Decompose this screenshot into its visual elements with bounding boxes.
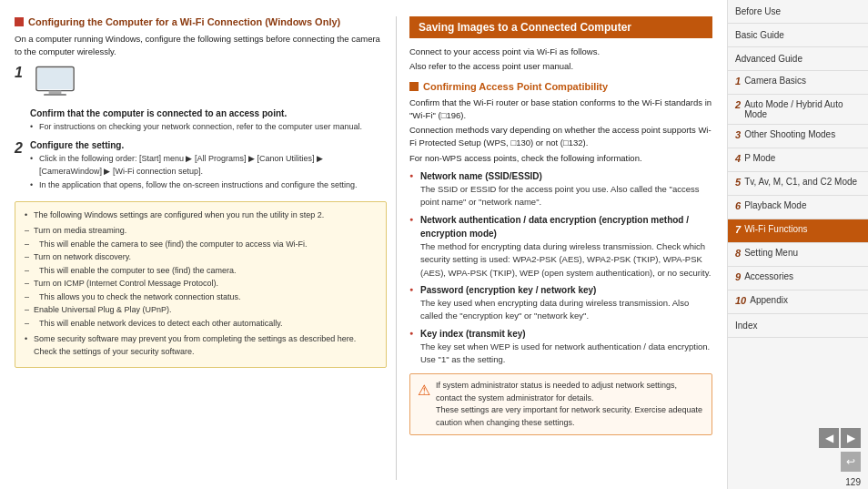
sidebar-num-9: 9 (735, 271, 741, 282)
right-bullet-1: Network name (SSID/ESSID)The SSID or ESS… (409, 169, 712, 209)
sidebar-num-4: 4 (735, 153, 741, 164)
svg-rect-1 (37, 67, 73, 88)
sidebar-label-basic-guide: Basic Guide (735, 30, 861, 40)
sidebar-item-basic-guide[interactable]: Basic Guide (728, 24, 868, 47)
svg-rect-3 (44, 94, 66, 96)
warning-box: ⚠ If system administrator status is need… (409, 373, 712, 435)
sidebar-label-wifi: Wi-Fi Functions (744, 224, 861, 234)
sidebar-item-auto-mode[interactable]: 2 Auto Mode / Hybrid Auto Mode (728, 95, 868, 125)
step-1-content: Confirm that the computer is connected t… (30, 65, 387, 136)
step-2-content: Configure the setting. Click in the foll… (30, 140, 387, 194)
sidebar-item-accessories[interactable]: 9 Accessories (728, 267, 868, 290)
sidebar-label-camera-basics: Camera Basics (744, 76, 861, 86)
sidebar-label-playback: Playback Mode (744, 200, 861, 210)
step-1-bullet-1: For instructions on checking your networ… (30, 121, 387, 134)
step-2-title: Configure the setting. (30, 140, 387, 150)
step-1-container: 1 Confirm that the computer is connected… (15, 65, 387, 136)
sidebar-item-wifi[interactable]: 7 Wi-Fi Functions (728, 219, 868, 243)
sidebar-label-other-shooting: Other Shooting Modes (744, 129, 861, 139)
sidebar: Before Use Basic Guide Advanced Guide 1 … (727, 0, 868, 489)
note-dash-5: Turn on ICMP (Internet Control Message P… (25, 278, 377, 290)
note-dash-6: This allows you to check the network con… (25, 291, 377, 304)
note-dash-7: Enable Universal Plug & Play (UPnP). (25, 304, 377, 317)
sidebar-item-setting-menu[interactable]: 8 Setting Menu (728, 243, 868, 267)
sidebar-item-advanced-guide[interactable]: Advanced Guide (728, 47, 868, 71)
sidebar-item-before-use[interactable]: Before Use (728, 0, 868, 24)
note-dash-3: Turn on network discovery. (25, 251, 377, 264)
sidebar-label-before-use: Before Use (735, 6, 861, 16)
sidebar-label-auto-mode: Auto Mode / Hybrid Auto Mode (744, 99, 861, 119)
nav-buttons: ◀ ▶ (728, 424, 868, 452)
note-dash-8: This will enable network devices to dete… (25, 318, 377, 331)
note-dash-list: Turn on media streaming. This will enabl… (25, 225, 377, 330)
bullet-1-title: Network name (SSID/ESSID) (420, 171, 542, 181)
sidebar-item-playback[interactable]: 6 Playback Mode (728, 196, 868, 219)
step-2-bullets: Click in the following order: [Start] me… (30, 153, 387, 192)
bullet-3-title: Password (encryption key / network key) (420, 285, 596, 295)
warning-line-1: If system administrator status is needed… (436, 381, 677, 402)
right-header-text: Saving Images to a Connected Computer (419, 21, 631, 34)
bullet-2-title: Network authentication / data encryption… (420, 215, 689, 239)
step-2-number: 2 (15, 141, 23, 194)
sidebar-num-7: 7 (735, 224, 741, 235)
left-section-title: Configuring the Computer for a Wi-Fi Con… (15, 16, 387, 27)
sidebar-label-index: Index (735, 321, 861, 331)
sidebar-label-accessories: Accessories (744, 271, 861, 281)
left-title-text: Configuring the Computer for a Wi-Fi Con… (28, 16, 340, 27)
right-body-2: Connection methods vary depending on whe… (409, 124, 712, 150)
note-bullet-1: The following Windows settings are confi… (25, 209, 377, 222)
right-body-1: Confirm that the Wi-Fi router or base st… (409, 97, 712, 123)
sidebar-item-other-shooting[interactable]: 3 Other Shooting Modes (728, 125, 868, 148)
page-number: 129 (728, 475, 868, 489)
next-button[interactable]: ▶ (841, 428, 861, 448)
content-area: Configuring the Computer for a Wi-Fi Con… (15, 16, 712, 480)
sidebar-item-index[interactable]: Index (728, 314, 868, 338)
right-bullet-4: Key index (transmit key)The key set when… (409, 327, 712, 367)
sidebar-item-tv-av[interactable]: 5 Tv, Av, M, C1, and C2 Mode (728, 172, 868, 196)
right-intro-1: Connect to your access point via Wi-Fi a… (409, 46, 712, 58)
sidebar-num-1: 1 (735, 76, 741, 87)
note-bullet-list: The following Windows settings are confi… (25, 209, 377, 222)
orange-bar-icon (409, 82, 419, 91)
sidebar-num-6: 6 (735, 200, 741, 211)
warning-line-2: These settings are very important for ne… (436, 405, 702, 427)
note-dash-2: This will enable the camera to see (find… (25, 239, 377, 251)
note-bullet-list-2: Some security software may prevent you f… (25, 333, 377, 358)
sidebar-label-advanced-guide: Advanced Guide (735, 54, 861, 64)
sidebar-num-2: 2 (735, 99, 741, 110)
sub-section-label: Confirming Access Point Compatibility (423, 81, 608, 92)
step-2-bullet-2: In the application that opens, follow th… (30, 179, 387, 192)
bullet-4-title: Key index (transmit key) (420, 329, 526, 339)
sidebar-label-tv-av: Tv, Av, M, C1, and C2 Mode (744, 177, 861, 187)
home-button-row: ↩ (728, 452, 868, 475)
sidebar-num-10: 10 (735, 295, 746, 306)
right-bullet-list: Network name (SSID/ESSID)The SSID or ESS… (409, 169, 712, 367)
right-bullet-3: Password (encryption key / network key)T… (409, 283, 712, 323)
step-2-bullet-1: Click in the following order: [Start] me… (30, 153, 387, 178)
warning-text: If system administrator status is needed… (436, 380, 704, 429)
right-intro-2: Also refer to the access point user manu… (409, 60, 712, 73)
sidebar-num-3: 3 (735, 129, 741, 140)
sidebar-num-8: 8 (735, 248, 741, 259)
sidebar-label-p-mode: P Mode (744, 153, 861, 163)
note-box: The following Windows settings are confi… (15, 201, 387, 369)
step-1-title: Confirm that the computer is connected t… (30, 108, 387, 118)
sidebar-item-camera-basics[interactable]: 1 Camera Basics (728, 71, 868, 95)
sidebar-num-5: 5 (735, 177, 741, 188)
note-bullet-2: Some security software may prevent you f… (25, 333, 377, 358)
sub-section-title-container: Confirming Access Point Compatibility (409, 81, 712, 92)
left-intro: On a computer running Windows, configure… (15, 33, 387, 59)
left-panel: Configuring the Computer for a Wi-Fi Con… (15, 16, 397, 480)
prev-button[interactable]: ◀ (819, 428, 839, 448)
step-2-container: 2 Configure the setting. Click in the fo… (15, 140, 387, 194)
red-square-icon (15, 17, 24, 26)
step-1-bullets: For instructions on checking your networ… (30, 121, 387, 134)
sidebar-item-p-mode[interactable]: 4 P Mode (728, 148, 868, 172)
right-header-bar: Saving Images to a Connected Computer (409, 16, 712, 38)
sidebar-item-appendix[interactable]: 10 Appendix (728, 290, 868, 314)
note-dash-4: This will enable the computer to see (fi… (25, 265, 377, 278)
home-button[interactable]: ↩ (841, 452, 861, 472)
svg-rect-2 (49, 90, 62, 93)
sidebar-label-appendix: Appendix (750, 295, 861, 305)
note-dash-1: Turn on media streaming. (25, 225, 377, 238)
